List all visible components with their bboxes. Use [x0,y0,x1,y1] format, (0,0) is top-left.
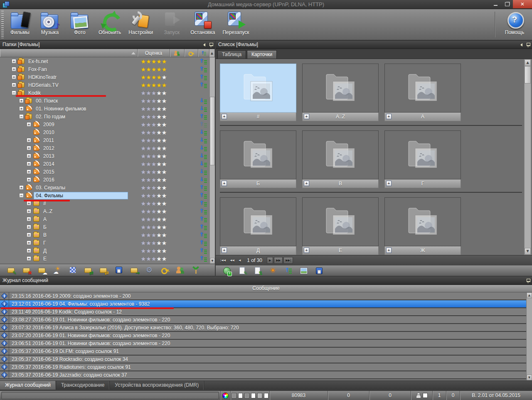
expand-toggle[interactable] [27,217,31,221]
expand-toggle[interactable] [27,209,31,213]
card-expand-button[interactable]: + [222,248,227,253]
tree-row[interactable]: Ex-fs.net ★★★★★ [0,57,209,65]
tree-row[interactable]: А ★★★★★ [0,215,209,223]
expand-toggle[interactable] [27,138,31,142]
card-expand-button[interactable]: + [386,181,392,186]
tree-row[interactable]: Е ★★★★★ [0,255,209,263]
rating-column-header[interactable]: Оценка [138,49,170,57]
pin-icon[interactable] [209,42,213,47]
tree-row[interactable]: 03. Сериалы ★★★★★ [0,184,209,191]
expand-toggle[interactable] [19,114,24,119]
tree-row[interactable]: Б ★★★★★ [0,223,209,231]
page-back-10-button[interactable] [228,258,236,263]
note-edit-icon[interactable] [238,267,246,275]
expand-toggle[interactable] [27,162,31,166]
tree-row[interactable]: В ★★★★★ [0,231,209,239]
folder-sync2-icon[interactable] [99,266,108,274]
card-expand-button[interactable]: + [386,114,392,119]
gear-icon[interactable] [145,266,154,274]
tree-row[interactable]: 2012 ★★★★★ [0,144,209,152]
folder-card[interactable]: + Б [220,130,296,188]
grid-icon[interactable] [69,266,77,274]
log-row[interactable]: 23:15:16 2016-06-19 2009: создано элемен… [0,292,526,299]
expand-toggle[interactable] [12,75,16,79]
page-first-button[interactable] [219,258,227,263]
recycle-icon[interactable] [254,267,262,275]
scroll-up-button[interactable]: ▲ [527,292,532,298]
toolbar-grip[interactable] [1,11,4,38]
cards-scrollbar-thumb[interactable] [525,66,531,83]
expand-toggle[interactable] [27,177,31,182]
toolbar-button[interactable]: Музыка [35,10,65,36]
folder-cloud-icon[interactable] [38,266,46,274]
tree-row[interactable]: 2009 ★★★★★ [0,120,209,128]
folder-card[interactable]: + Д [220,197,296,255]
log-row[interactable]: 23:12:01 2016-06-19 04. Фильмы: создано … [0,300,526,307]
folder-card[interactable]: + # [220,64,296,121]
folder-card[interactable]: + Е [302,197,379,255]
tree-row[interactable]: 2014 ★★★★★ [0,160,209,168]
users-column-header[interactable] [170,49,185,57]
folder-sync-icon[interactable] [84,266,92,274]
tree-row[interactable]: 2010 ★★★★★ [0,128,209,136]
tree-row[interactable]: Fox-Fan ★★★★★ [0,65,209,73]
log-row[interactable]: 23:05:37 2016-06-19 Rockradio: создано с… [0,356,526,363]
folder-delete-icon[interactable] [22,266,31,274]
tree-row[interactable]: 02. По годам ★★★★★ [0,113,209,120]
scroll-down-button[interactable]: ▼ [527,375,532,380]
toolbar-button[interactable]: Фильмы [5,10,35,36]
expand-toggle[interactable] [27,154,31,158]
tree-row[interactable]: HDSerials.TV ★★★★★ [0,81,209,89]
expand-toggle[interactable] [27,240,31,245]
image-icon[interactable] [300,267,308,275]
help-button[interactable]: Помощь [500,10,530,36]
log-row[interactable]: 23:05:37 2016-06-19 Jazzradio: создано с… [0,371,526,378]
tree-row[interactable]: HDKinoTeatr ★★★★★ [0,73,209,81]
toolbar-button[interactable]: Перезапуск [219,10,253,36]
collapse-panel-icon[interactable] [520,43,522,47]
save-icon[interactable] [115,266,123,274]
folder-card[interactable]: + А [384,64,461,121]
card-expand-button[interactable]: + [222,114,227,119]
expand-toggle[interactable] [19,185,24,190]
page-last-button[interactable] [283,257,293,264]
log-row[interactable]: 23:05:37 2016-06-19 Di.FM: создано ссыло… [0,348,526,355]
minimize-button[interactable] [490,0,501,8]
pin-icon[interactable] [526,278,530,283]
folder-card[interactable]: + Г [384,130,461,188]
scroll-down-button[interactable]: ▼ [525,248,531,255]
toolbar-button[interactable]: Настройки [125,10,157,36]
tree-row[interactable]: 04. Фильмы ★★★★★ [0,191,209,199]
name-column-header[interactable] [0,49,138,57]
expand-toggle[interactable] [19,193,24,198]
users-icon[interactable] [176,266,185,274]
key-icon[interactable] [161,266,169,274]
tree-row[interactable]: 2011 ★★★★★ [0,136,209,144]
card-expand-button[interactable]: + [386,248,392,253]
collapse-panel-icon[interactable] [203,43,205,47]
card-expand-button[interactable]: + [304,181,309,186]
list-view-tab[interactable]: Карточки [247,50,277,59]
page-forward-10-button[interactable] [274,257,283,264]
access-column-header[interactable] [185,49,198,57]
sun-icon[interactable] [269,267,277,275]
toolbar-button[interactable]: Запуск [157,10,187,36]
traffic-column-header[interactable] [198,49,209,57]
expand-toggle[interactable] [12,91,16,95]
toolbar-button[interactable]: Фото [65,10,95,36]
page-prev-button[interactable] [237,258,242,263]
log-row[interactable]: 23:07:32 2016-06-19 Алиса в Зазеркалье (… [0,324,526,331]
expand-toggle[interactable] [12,83,16,87]
pin-icon[interactable] [526,42,530,47]
tree-row[interactable]: Д ★★★★★ [0,247,209,255]
expand-toggle[interactable] [19,106,24,111]
log-row[interactable]: 23:08:27 2016-06-19 01. Новинки фильмов:… [0,316,526,323]
expand-toggle[interactable] [27,256,31,261]
expand-toggle[interactable] [27,225,31,229]
expand-toggle[interactable] [27,146,31,150]
tree-row[interactable]: 2013 ★★★★★ [0,152,209,160]
expand-toggle[interactable] [27,122,31,127]
folder-card[interactable]: + Ж [384,197,461,255]
cards-scrollbar[interactable]: ▲ ▼ [524,59,531,255]
tree-scrollbar[interactable]: ▼ [209,57,215,264]
